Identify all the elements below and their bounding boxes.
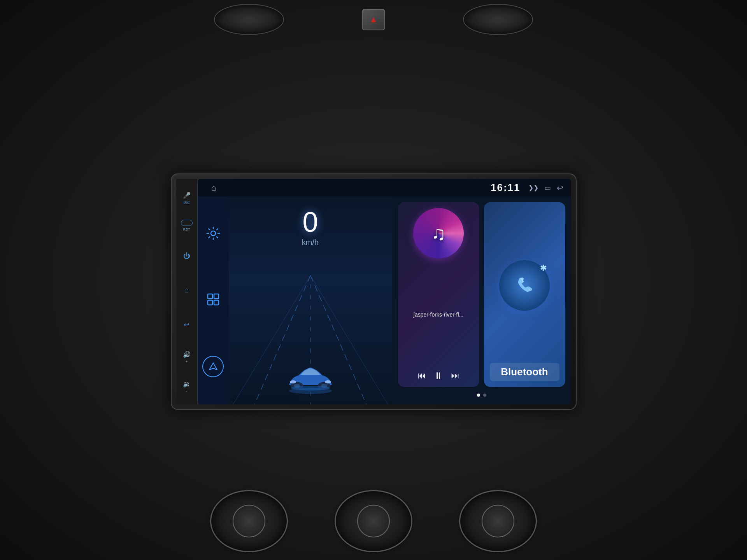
- pause-button[interactable]: ⏸: [434, 370, 443, 381]
- vol-down-button[interactable]: 🔉 -: [181, 379, 192, 393]
- main-screen: ⌂ 16:11 ❯❯ ▭ ↩: [198, 179, 571, 404]
- chevron-up-icon: ❯❯: [528, 184, 538, 191]
- window-icon[interactable]: ▭: [544, 184, 551, 192]
- svg-rect-3: [208, 300, 212, 305]
- bluetooth-widget[interactable]: ✱ Bluetooth: [484, 202, 565, 387]
- car-display: [279, 358, 342, 397]
- head-unit-wrapper: 🎤 MIC RST ⏻ ⌂ ↩ 🔊 + 🔉 -: [171, 173, 577, 410]
- right-widgets: ♫ jasper-forks-river-fl... ⏮ ⏸ ⏭: [392, 196, 571, 404]
- back-nav-icon[interactable]: ↩: [557, 183, 563, 192]
- bluetooth-label: Bluetooth: [490, 363, 559, 381]
- svg-point-18: [291, 386, 330, 390]
- bottom-vents: [0, 482, 747, 560]
- prev-button[interactable]: ⏮: [417, 371, 426, 381]
- dots-indicator: [398, 392, 565, 399]
- side-buttons-strip: 🎤 MIC RST ⏻ ⌂ ↩ 🔊 + 🔉 -: [176, 179, 198, 404]
- widget-row: ♫ jasper-forks-river-fl... ⏮ ⏸ ⏭: [398, 202, 565, 387]
- status-icons: ❯❯ ▭ ↩: [528, 183, 563, 192]
- svg-point-0: [211, 231, 216, 236]
- car-surround: ▲ 🎤 MIC RST ⏻ ⌂ ↩ 🔊 +: [0, 0, 747, 560]
- vol-up-button[interactable]: 🔊 +: [181, 349, 192, 364]
- album-art: ♫: [413, 208, 464, 259]
- status-bar: ⌂ 16:11 ❯❯ ▭ ↩: [198, 179, 571, 196]
- speed-display: 0 km/h: [302, 208, 319, 247]
- music-controls: ⏮ ⏸ ⏭: [404, 370, 473, 381]
- rst-button[interactable]: RST: [181, 220, 193, 231]
- top-vent-right: [463, 4, 533, 35]
- home-physical-button[interactable]: ⌂: [177, 280, 196, 300]
- main-content: 0 km/h: [198, 196, 571, 404]
- top-vent-left: [214, 4, 284, 35]
- song-title: jasper-forks-river-fl...: [404, 312, 473, 318]
- svg-rect-4: [214, 300, 219, 305]
- phone-icon: [513, 274, 536, 297]
- mic-button[interactable]: 🎤 MIC: [181, 190, 192, 205]
- hazard-button[interactable]: ▲: [362, 9, 385, 30]
- home-screen-icon[interactable]: ⌂: [211, 183, 216, 193]
- svg-point-17: [325, 380, 331, 383]
- sidebar-settings-icon[interactable]: [203, 224, 223, 243]
- speed-unit: km/h: [302, 238, 319, 247]
- bottom-vent-right: [459, 490, 537, 552]
- bluetooth-circle: ✱: [499, 260, 550, 311]
- speed-value: 0: [302, 208, 319, 236]
- bt-symbol: ✱: [540, 263, 547, 273]
- dot-2: [483, 394, 486, 397]
- dot-1: [477, 394, 480, 397]
- bluetooth-icon-area: ✱: [499, 208, 550, 363]
- back-physical-button[interactable]: ↩: [177, 315, 196, 334]
- svg-rect-2: [214, 294, 219, 299]
- music-note-icon: ♫: [431, 222, 446, 245]
- left-sidebar: [198, 196, 229, 404]
- dashboard-area: 0 km/h: [229, 196, 392, 404]
- sidebar-navigation-icon[interactable]: [202, 356, 224, 377]
- top-vents: ▲: [0, 0, 747, 39]
- svg-marker-5: [209, 363, 217, 370]
- head-unit-bezel: 🎤 MIC RST ⏻ ⌂ ↩ 🔊 + 🔉 -: [171, 173, 577, 410]
- svg-point-16: [290, 380, 296, 383]
- power-button[interactable]: ⏻: [177, 246, 196, 266]
- bottom-vent-left: [210, 490, 288, 552]
- sidebar-grid-icon[interactable]: [203, 290, 223, 309]
- next-button[interactable]: ⏭: [451, 371, 459, 381]
- bottom-vent-center: [335, 490, 412, 552]
- music-widget[interactable]: ♫ jasper-forks-river-fl... ⏮ ⏸ ⏭: [398, 202, 479, 387]
- clock-display: 16:11: [491, 182, 521, 194]
- svg-rect-1: [208, 294, 212, 299]
